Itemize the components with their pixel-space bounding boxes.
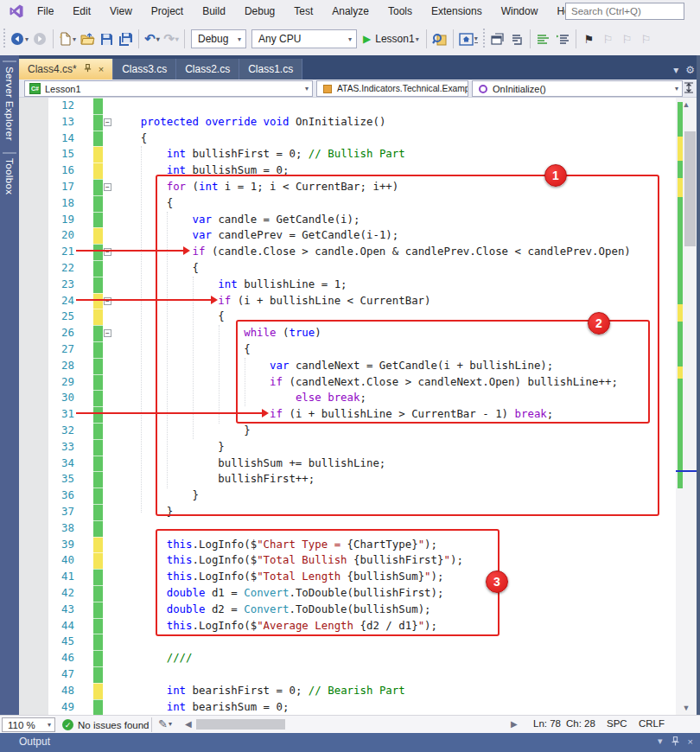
code-text[interactable]: { [115, 131, 147, 147]
scroll-down-arrow[interactable]: ▼ [676, 701, 697, 715]
line-number[interactable]: 27 [19, 341, 74, 358]
gear-icon[interactable]: ⚙ [685, 64, 695, 76]
ide-navigator-button[interactable]: ▾ [457, 28, 480, 50]
line-number[interactable]: 41 [19, 569, 74, 585]
redo-button[interactable]: ↷ ▾ [162, 28, 181, 50]
hscroll-right-arrow[interactable]: ▶ [511, 719, 518, 729]
line-number[interactable]: 18 [19, 195, 74, 212]
search-box[interactable] [565, 3, 684, 20]
fold-collapse-icon[interactable]: − [104, 329, 111, 337]
navigate-back-button[interactable]: ▾ [9, 28, 30, 50]
code-text[interactable]: //// [115, 650, 193, 666]
open-file-button[interactable] [78, 28, 97, 50]
start-debugging-button[interactable]: ▶ Lesson1 ▾ [363, 33, 419, 45]
format-document-button[interactable] [553, 28, 572, 50]
close-icon[interactable]: × [99, 65, 104, 74]
toolbar-drag-handle[interactable] [2, 29, 7, 49]
chevron-down-icon[interactable]: ▾ [474, 35, 478, 43]
sidebar-tab-server-explorer[interactable]: Server Explorer [3, 61, 16, 145]
solution-configuration-dropdown[interactable]: Debug ▾ [191, 29, 246, 48]
new-file-dropdown-icon[interactable]: ▾ [73, 35, 76, 43]
menu-item-file[interactable]: File [28, 0, 63, 22]
line-number[interactable]: 13 [19, 114, 74, 131]
line-number[interactable]: 17 [19, 179, 74, 195]
project-dropdown[interactable]: C# Lesson1 ▾ [24, 80, 313, 97]
zoom-level-dropdown[interactable]: 110 % ▾ [2, 717, 55, 732]
code-text[interactable]: int bearishSum = 0; [115, 699, 289, 715]
member-dropdown[interactable]: OnInitialize() ▾ [472, 80, 683, 97]
menu-item-debug[interactable]: Debug [235, 0, 284, 22]
solution-platform-dropdown[interactable]: Any CPU ▾ [251, 29, 357, 48]
menu-item-edit[interactable]: Edit [63, 0, 100, 22]
line-number[interactable]: 26 [19, 325, 74, 341]
code-cleanup-button[interactable]: ✎ ▾ [158, 717, 172, 730]
line-number[interactable]: 29 [19, 374, 74, 391]
menu-item-analyze[interactable]: Analyze [322, 0, 379, 22]
menu-item-project[interactable]: Project [142, 0, 193, 22]
line-number[interactable]: 43 [19, 602, 74, 618]
menu-item-build[interactable]: Build [193, 0, 235, 22]
line-number[interactable]: 47 [19, 666, 74, 683]
line-ending-indicator[interactable]: CRLF [639, 718, 665, 729]
indent-lines-icon-button[interactable] [534, 28, 553, 50]
tab-class2cs[interactable]: Class2.cs [176, 59, 239, 80]
menu-item-test[interactable]: Test [284, 0, 322, 22]
type-dropdown[interactable]: ATAS.Indicators.Technical.Example1_4 ▾ [316, 80, 468, 97]
line-number[interactable]: 24 [19, 293, 74, 309]
line-number[interactable]: 33 [19, 439, 74, 456]
undo-button[interactable]: ↶ ▾ [143, 28, 162, 50]
new-file-button[interactable]: ▾ [57, 28, 78, 50]
tab-class1cs[interactable]: Class1.cs [239, 59, 302, 80]
new-window-button[interactable] [488, 28, 507, 50]
fold-collapse-icon[interactable]: − [104, 118, 111, 126]
close-icon[interactable]: × [688, 736, 693, 747]
line-number[interactable]: 34 [19, 456, 74, 472]
line-number[interactable]: 28 [19, 358, 74, 374]
code-editor[interactable]: 1213− protected override void OnInitiali… [19, 98, 697, 715]
line-number[interactable]: 12 [19, 98, 74, 114]
line-number[interactable]: 14 [19, 131, 74, 147]
line-number[interactable]: 44 [19, 618, 74, 634]
line-number[interactable]: 40 [19, 552, 74, 569]
chevron-down-icon[interactable]: ▾ [416, 35, 419, 43]
tab-class3cs[interactable]: Class3.cs [113, 59, 176, 80]
sidebar-tab-toolbox[interactable]: Toolbox [3, 152, 16, 199]
line-number[interactable]: 38 [19, 520, 74, 537]
code-text[interactable]: protected override void OnInitialize() [115, 114, 385, 131]
undo-dropdown-icon[interactable]: ▾ [156, 35, 160, 43]
fold-collapse-icon[interactable]: − [104, 183, 111, 191]
hscroll-thumb[interactable] [196, 719, 285, 730]
line-number[interactable]: 19 [19, 212, 74, 228]
scrollbar-thumb[interactable] [684, 131, 696, 246]
save-button[interactable] [97, 28, 116, 50]
line-number[interactable]: 31 [19, 406, 74, 423]
save-all-button[interactable] [116, 28, 135, 50]
menu-item-view[interactable]: View [100, 0, 142, 22]
menu-item-extensions[interactable]: Extensions [422, 0, 492, 22]
line-number[interactable]: 22 [19, 260, 74, 277]
menu-item-tools[interactable]: Tools [379, 0, 422, 22]
split-editor-handle[interactable] [683, 81, 695, 94]
line-number[interactable]: 48 [19, 683, 74, 699]
toggle-bookmark-button[interactable]: ⚑ [580, 28, 599, 50]
issues-indicator[interactable]: ✓ No issues found [62, 717, 149, 732]
line-number[interactable]: 49 [19, 699, 74, 715]
toolbar-drag-handle[interactable] [481, 29, 487, 49]
window-position-dropdown-icon[interactable]: ▾ [658, 736, 663, 747]
pin-icon[interactable] [671, 736, 679, 746]
cursor-column-indicator[interactable]: Ch: 28 [566, 718, 595, 729]
spaces-indicator[interactable]: SPC [607, 718, 627, 729]
vertical-scrollbar[interactable]: ▲ ▼ [676, 98, 697, 715]
line-number[interactable]: 30 [19, 390, 74, 406]
line-number[interactable]: 39 [19, 537, 74, 553]
menu-item-window[interactable]: Window [492, 0, 548, 22]
line-number[interactable]: 15 [19, 146, 74, 163]
attach-to-process-button[interactable] [430, 28, 449, 50]
line-number[interactable]: 32 [19, 423, 74, 439]
code-text[interactable]: int bullishFirst = 0; // Bullish Part [115, 146, 405, 163]
line-number[interactable]: 45 [19, 634, 74, 650]
tab-class4cs[interactable]: Class4.cs*× [19, 59, 113, 80]
line-number[interactable]: 20 [19, 227, 74, 244]
line-number[interactable]: 21 [19, 244, 74, 260]
line-number[interactable]: 16 [19, 163, 74, 179]
